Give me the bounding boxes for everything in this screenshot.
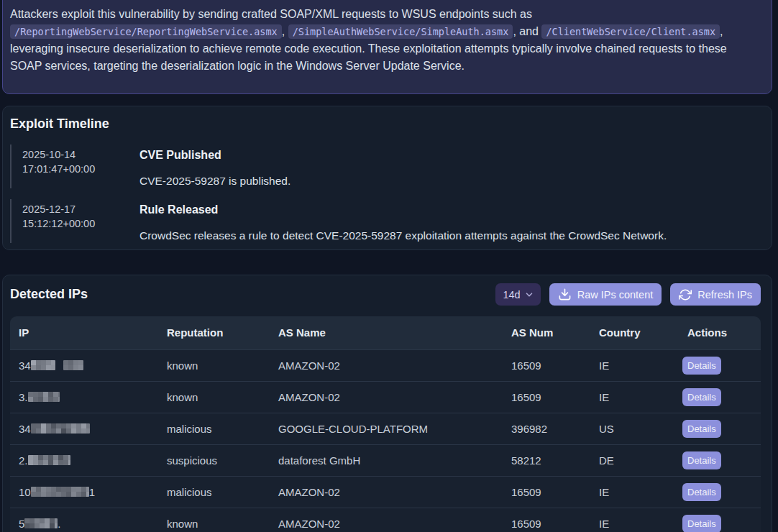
cell-as-num: 58212 [503, 444, 590, 476]
redacted-ip-pixels [63, 360, 83, 370]
detected-ips-card: Detected IPs 14d Raw IPs content [2, 275, 772, 532]
cell-ip: 34 [10, 413, 158, 444]
table-row: 34maliciousGOOGLE-CLOUD-PLATFORM396982US… [10, 413, 761, 444]
cell-country: IE [590, 508, 679, 532]
raw-ips-content-button[interactable]: Raw IPs content [549, 283, 662, 306]
cell-country: IE [590, 476, 679, 508]
cell-ip: 34 [10, 349, 158, 381]
cell-country: IE [590, 381, 679, 413]
cell-ip: 101 [10, 476, 158, 508]
cell-as-name: dataforest GmbH [270, 444, 503, 476]
cell-reputation: known [158, 349, 270, 381]
ip-visible-suffix: . [58, 518, 60, 530]
endpoint-code: /ReportingWebService/ReportingWebService… [10, 24, 282, 39]
table-row: 34knownAMAZON-0216509IEDetails [10, 349, 761, 381]
cell-actions: Details [679, 381, 761, 413]
cell-country: US [590, 413, 679, 444]
redacted-ip-pixels [28, 392, 60, 402]
timeline-event-date: 2025-12-17 [22, 202, 132, 216]
cell-country: IE [590, 349, 679, 381]
refresh-icon [679, 288, 692, 301]
cell-reputation: malicious [158, 413, 270, 444]
cell-country: DE [590, 444, 679, 476]
cell-reputation: malicious [158, 476, 270, 508]
column-header-actions: Actions [679, 316, 761, 349]
column-header-ip: IP [10, 316, 158, 349]
details-button[interactable]: Details [682, 515, 721, 532]
timeline-event-time: 15:12:12+00:00 [22, 216, 132, 231]
redacted-ip-pixels [28, 455, 70, 465]
details-button[interactable]: Details [682, 388, 721, 406]
detected-ips-title: Detected IPs [10, 287, 495, 302]
timeline-event-date: 2025-10-14 [22, 147, 132, 162]
cell-actions: Details [679, 444, 761, 476]
timeline-event-description: CVE-2025-59287 is published. [139, 174, 764, 188]
ip-visible-prefix: 34 [19, 423, 31, 435]
timeline-event-description: CrowdSec releases a rule to detect CVE-2… [139, 229, 764, 243]
vulnerability-description-card: Attackers exploit this vulnerability by … [2, 0, 772, 94]
period-select[interactable]: 14d [495, 283, 540, 306]
table-row: 3.knownAMAZON-0216509IEDetails [10, 381, 761, 413]
cell-actions: Details [679, 476, 761, 508]
cell-reputation: known [158, 508, 270, 532]
cell-as-num: 16509 [503, 476, 590, 508]
refresh-ips-button[interactable]: Refresh IPs [670, 283, 761, 306]
raw-ips-content-label: Raw IPs content [577, 289, 654, 301]
cell-actions: Details [679, 508, 761, 532]
endpoint-code: /SimpleAuthWebService/SimpleAuth.asmx [288, 24, 513, 39]
column-header-as-num: AS Num [503, 316, 590, 349]
table-row: 2.suspiciousdataforest GmbH58212DEDetail… [10, 444, 761, 476]
details-button[interactable]: Details [682, 357, 721, 375]
timeline-event-title: CVE Published [139, 148, 764, 162]
table-header: IPReputationAS NameAS NumCountryActions [10, 316, 761, 349]
timeline-event-body: CVE PublishedCVE-2025-59287 is published… [139, 145, 764, 188]
vulnerability-page: Attackers exploit this vulnerability by … [0, 0, 778, 532]
redacted-ip-pixels [24, 518, 58, 528]
ip-visible-suffix: 1 [89, 486, 95, 498]
timeline-event-datetime: 2025-10-1417:01:47+00:00 [10, 145, 139, 188]
cell-ip: 3. [10, 381, 158, 413]
redacted-ip-pixels [31, 423, 90, 434]
timeline-event-time: 17:01:47+00:00 [22, 162, 132, 176]
cell-as-num: 16509 [503, 381, 590, 413]
cell-reputation: known [158, 381, 270, 413]
endpoint-code: /ClientWebService/Client.asmx [541, 24, 720, 39]
cell-as-num: 16509 [503, 349, 590, 381]
exploit-timeline-card: Exploit Timeline 2025-10-1417:01:47+00:0… [2, 106, 772, 250]
redacted-ip-pixels [31, 360, 55, 370]
detected-ips-table: IPReputationAS NameAS NumCountryActions … [10, 316, 761, 532]
redacted-ip-pixels [31, 487, 89, 497]
timeline-event-body: Rule ReleasedCrowdSec releases a rule to… [139, 199, 764, 243]
detected-ips-header: Detected IPs 14d Raw IPs content [10, 283, 761, 306]
ip-visible-prefix: 10 [19, 486, 31, 498]
cell-actions: Details [679, 413, 761, 444]
timeline-event: 2025-12-1715:12:12+00:00Rule ReleasedCro… [10, 199, 764, 243]
cell-as-num: 396982 [503, 413, 590, 444]
ip-visible-prefix: 5 [19, 518, 24, 530]
cell-as-name: GOOGLE-CLOUD-PLATFORM [270, 413, 503, 444]
column-header-as-name: AS Name [270, 316, 503, 349]
vulnerability-description: Attackers exploit this vulnerability by … [10, 6, 754, 75]
timeline-event-title: Rule Released [139, 203, 764, 217]
ip-visible-prefix: 3. [19, 391, 28, 403]
timeline-event: 2025-10-1417:01:47+00:00CVE PublishedCVE… [10, 145, 764, 188]
detected-ips-controls: 14d Raw IPs content Refresh IPs [495, 283, 761, 306]
column-header-country: Country [590, 316, 679, 349]
period-select-value: 14d [503, 289, 520, 301]
cell-reputation: suspicious [158, 444, 270, 476]
cell-ip: 5. [10, 508, 158, 532]
cell-as-name: AMAZON-02 [270, 381, 503, 413]
table-row: 101maliciousAMAZON-0216509IEDetails [10, 476, 761, 508]
details-button[interactable]: Details [682, 483, 721, 501]
cell-as-name: AMAZON-02 [270, 476, 503, 508]
download-icon [558, 288, 572, 301]
details-button[interactable]: Details [682, 451, 721, 469]
ip-visible-prefix: 34 [19, 359, 31, 372]
details-button[interactable]: Details [682, 420, 721, 438]
cell-actions: Details [679, 349, 761, 381]
cell-as-name: AMAZON-02 [270, 349, 503, 381]
table-row: 5.knownAMAZON-0216509IEDetails [10, 508, 761, 532]
column-header-reputation: Reputation [158, 316, 270, 349]
cell-ip: 2. [10, 444, 158, 476]
chevron-down-icon [525, 290, 534, 299]
